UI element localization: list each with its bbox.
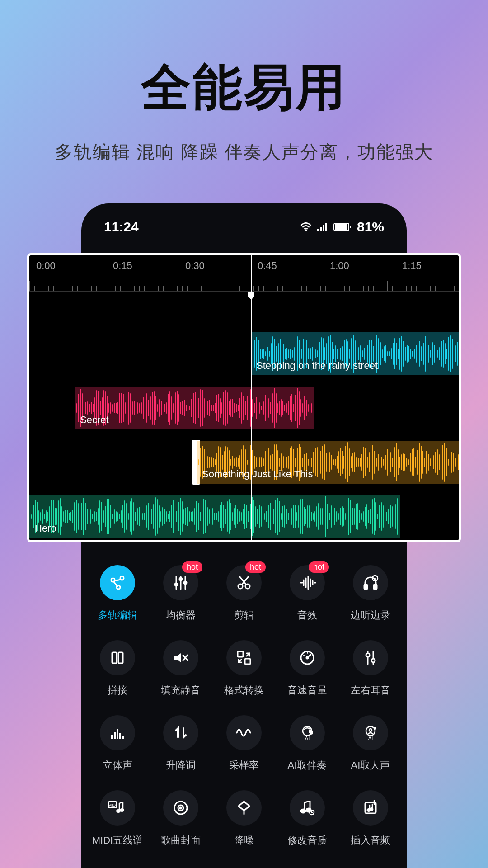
midi-icon: MIDI (100, 790, 135, 826)
tool-label: 歌曲封面 (161, 834, 201, 847)
svg-rect-2 (320, 227, 322, 231)
svg-rect-4 (325, 223, 327, 231)
samplerate-icon (226, 715, 262, 750)
ruler-mark: 0:30 (185, 260, 205, 272)
tool-equalizer[interactable]: 均衡器hot (149, 565, 212, 622)
svg-rect-6 (335, 224, 347, 230)
svg-rect-30 (119, 733, 121, 739)
svg-rect-21 (238, 651, 243, 657)
tool-label: 升降调 (166, 759, 196, 772)
multitrack-icon (100, 565, 135, 600)
svg-point-51 (370, 808, 373, 811)
denoise-icon (226, 790, 262, 826)
ai-accomp-icon: AI (290, 715, 325, 750)
page-title: 全能易用 (0, 54, 488, 122)
stereo-sliders-icon (353, 640, 388, 675)
svg-point-13 (184, 581, 187, 584)
tool-label: 格式转换 (224, 684, 264, 697)
timeline-editor[interactable]: 0:00 0:15 0:30 0:45 1:00 1:15 Stepping o… (27, 253, 461, 542)
audio-track[interactable]: Secret (75, 387, 314, 429)
tool-quality[interactable]: 修改音质 (276, 790, 339, 847)
tool-label: AI取伴奏 (288, 759, 327, 772)
svg-point-25 (366, 653, 370, 657)
tool-insert[interactable]: 插入音频 (339, 790, 402, 847)
tool-label: 采样率 (229, 759, 259, 772)
svg-rect-19 (112, 652, 117, 663)
tool-label: 左右耳音 (351, 684, 390, 697)
tool-label: 边听边录 (351, 609, 390, 622)
tool-label: 填充静音 (161, 684, 201, 697)
tool-scissors[interactable]: 剪辑hot (212, 565, 276, 622)
tool-label: 拼接 (108, 684, 127, 697)
disc-icon (163, 790, 198, 826)
tool-label: 修改音质 (287, 834, 327, 847)
svg-rect-3 (323, 225, 324, 231)
tool-convert[interactable]: 格式转换 (212, 640, 276, 697)
svg-rect-29 (117, 729, 118, 739)
tool-label: 插入音频 (351, 834, 390, 847)
svg-point-0 (305, 230, 306, 231)
ai-vocal-icon: AI (353, 715, 388, 750)
svg-text:MIDI: MIDI (108, 803, 117, 807)
tool-label: MIDI五线谱 (92, 834, 143, 847)
svg-point-11 (175, 583, 178, 586)
svg-point-33 (309, 729, 313, 735)
svg-point-24 (306, 657, 308, 659)
headphones-icon (353, 565, 388, 600)
tool-headphones[interactable]: 边听边录 (339, 565, 402, 622)
ruler-mark: 1:15 (402, 260, 422, 272)
tool-ai-vocal[interactable]: AIAI取人声 (339, 715, 402, 772)
battery-icon (333, 222, 352, 231)
tool-label: AI取人声 (351, 759, 390, 772)
tool-soundfx[interactable]: 音效hot (276, 565, 339, 622)
insert-icon (353, 790, 388, 826)
quality-icon (290, 790, 325, 826)
svg-point-41 (117, 810, 120, 812)
audio-track[interactable]: Stepping on the rainy street (251, 332, 461, 375)
mute-icon (163, 640, 198, 675)
ruler-mark: 0:00 (36, 260, 56, 272)
page-subtitle: 多轨编辑 混响 降躁 伴奏人声分离，功能强大 (0, 140, 488, 165)
svg-rect-28 (114, 732, 116, 739)
svg-rect-16 (364, 585, 367, 589)
tool-midi[interactable]: MIDIMIDI五线谱 (86, 790, 149, 847)
time-ruler[interactable]: 0:00 0:15 0:30 0:45 1:00 1:15 (29, 255, 459, 292)
tool-mute[interactable]: 填充静音 (149, 640, 212, 697)
svg-rect-1 (317, 229, 319, 231)
tool-samplerate[interactable]: 采样率 (212, 715, 276, 772)
audio-track[interactable]: Something Just Like This (197, 441, 461, 484)
tool-label: 均衡器 (166, 609, 196, 622)
svg-rect-31 (122, 736, 124, 739)
audio-track[interactable]: Hero (29, 495, 400, 538)
tool-stereo-sliders[interactable]: 左右耳音 (339, 640, 402, 697)
track-label: Stepping on the rainy street (256, 360, 378, 372)
playhead[interactable] (251, 255, 252, 540)
svg-rect-17 (374, 585, 377, 589)
track-label: Hero (35, 523, 56, 534)
tool-gauge[interactable]: 音速音量 (276, 640, 339, 697)
tool-label: 剪辑 (234, 609, 254, 622)
ruler-mark: 0:15 (113, 260, 132, 272)
tool-label: 多轨编辑 (98, 609, 137, 622)
tool-disc[interactable]: 歌曲封面 (149, 790, 212, 847)
hot-badge: hot (309, 561, 329, 573)
hot-badge: hot (245, 561, 266, 573)
bars-icon (100, 715, 135, 750)
tool-columns[interactable]: 拼接 (86, 640, 149, 697)
columns-icon (100, 640, 135, 675)
tool-ai-accomp[interactable]: AIAI取伴奏 (276, 715, 339, 772)
tool-label: 音效 (297, 609, 317, 622)
svg-text:AI: AI (305, 736, 310, 741)
tool-multitrack[interactable]: 多轨编辑 (86, 565, 149, 622)
status-bar: 11:24 81% (81, 219, 407, 235)
tool-pitch[interactable]: 升降调 (149, 715, 212, 772)
svg-rect-27 (111, 735, 113, 739)
track-label: Something Just Like This (202, 468, 313, 480)
battery-percent: 81% (357, 219, 384, 235)
signal-icon (317, 222, 328, 231)
svg-point-45 (180, 807, 182, 809)
svg-point-42 (120, 809, 124, 811)
tool-bars[interactable]: 立体声 (86, 715, 149, 772)
tool-denoise[interactable]: 降噪 (212, 790, 276, 847)
svg-point-46 (301, 809, 305, 813)
